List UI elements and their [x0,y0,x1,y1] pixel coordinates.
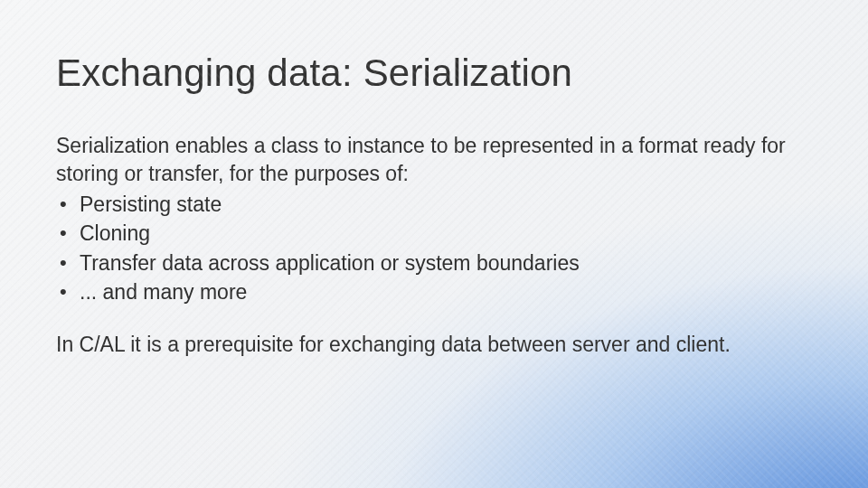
bullet-text: Cloning [80,221,150,245]
slide-body: Serialization enables a class to instanc… [56,132,812,359]
bullet-list: Persisting state Cloning Transfer data a… [56,191,812,305]
slide: Exchanging data: Serialization Serializa… [0,0,868,488]
list-item: Transfer data across application or syst… [56,249,812,277]
list-item: Cloning [56,220,812,247]
bullet-text: ... and many more [80,280,247,304]
slide-title: Exchanging data: Serialization [56,52,812,94]
bullet-text: Transfer data across application or syst… [80,251,580,275]
bullet-text: Persisting state [80,192,222,216]
list-item: ... and many more [56,278,812,305]
intro-paragraph: Serialization enables a class to instanc… [56,132,812,187]
footnote-paragraph: In C/AL it is a prerequisite for exchang… [56,331,812,358]
list-item: Persisting state [56,191,812,218]
